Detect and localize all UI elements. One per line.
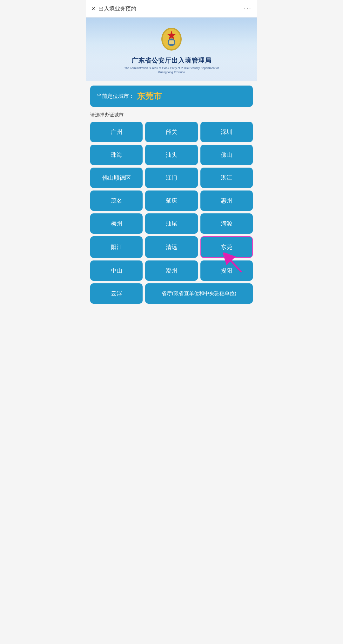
police-emblem-icon (160, 26, 183, 52)
more-menu-icon[interactable]: ··· (244, 4, 252, 13)
emblem-container (160, 26, 183, 53)
main-content: 当前定位城市： 东莞市 请选择办证城市 广州韶关深圳珠海汕头佛山佛山顺德区江门湛… (86, 81, 257, 310)
city-btn-yangjiang[interactable]: 阳江 (90, 236, 143, 258)
city-btn-guangzhou[interactable]: 广州 (90, 122, 143, 142)
nav-title: 出入境业务预约 (98, 5, 136, 12)
current-city-box: 当前定位城市： 东莞市 (90, 86, 253, 107)
city-btn-yunfu[interactable]: 云浮 (90, 283, 143, 304)
city-btn-foshan-shunde[interactable]: 佛山顺德区 (90, 168, 143, 188)
city-btn-dongguan[interactable]: 东莞 (200, 236, 253, 258)
svg-rect-5 (169, 40, 174, 42)
city-btn-qingyuan[interactable]: 清远 (145, 236, 198, 258)
svg-rect-4 (169, 42, 174, 44)
close-icon[interactable]: × (91, 5, 95, 12)
city-btn-chaozhou[interactable]: 潮州 (145, 260, 198, 281)
city-btn-shaoguan[interactable]: 韶关 (145, 122, 198, 142)
city-btn-huizhou[interactable]: 惠州 (200, 190, 253, 211)
city-btn-shengting[interactable]: 省厅(限省直单位和中央驻穗单位) (145, 283, 253, 304)
current-city-name: 东莞市 (137, 91, 162, 102)
current-city-label: 当前定位城市： (97, 93, 134, 100)
header-title-cn: 广东省公安厅出入境管理局 (131, 56, 212, 65)
city-btn-zhuhai[interactable]: 珠海 (90, 145, 143, 165)
city-grid: 广州韶关深圳珠海汕头佛山佛山顺德区江门湛江茂名肇庆惠州梅州汕尾河源阳江清远东莞 … (90, 122, 253, 304)
city-btn-jiangmen[interactable]: 江门 (145, 168, 198, 188)
city-btn-heyuan[interactable]: 河源 (200, 213, 253, 234)
header-banner: 广东省公安厅出入境管理局 The Administration Bureau o… (86, 17, 257, 81)
city-btn-jieyang[interactable]: 揭阳 (200, 260, 253, 281)
city-btn-shenzhen[interactable]: 深圳 (200, 122, 253, 142)
city-btn-maoming[interactable]: 茂名 (90, 190, 143, 211)
city-btn-zhongshan[interactable]: 中山 (90, 260, 143, 281)
city-btn-shantou[interactable]: 汕头 (145, 145, 198, 165)
nav-left: × 出入境业务预约 (91, 5, 136, 12)
section-label: 请选择办证城市 (90, 112, 253, 118)
city-btn-zhaoqing[interactable]: 肇庆 (145, 190, 198, 211)
city-btn-meizhou[interactable]: 梅州 (90, 213, 143, 234)
city-btn-foshan[interactable]: 佛山 (200, 145, 253, 165)
city-btn-zhanjiang[interactable]: 湛江 (200, 168, 253, 188)
city-btn-shanwei[interactable]: 汕尾 (145, 213, 198, 234)
nav-bar: × 出入境业务预约 ··· (86, 0, 257, 17)
header-title-en: The Administration Bureau of Exit & Entr… (118, 66, 225, 74)
